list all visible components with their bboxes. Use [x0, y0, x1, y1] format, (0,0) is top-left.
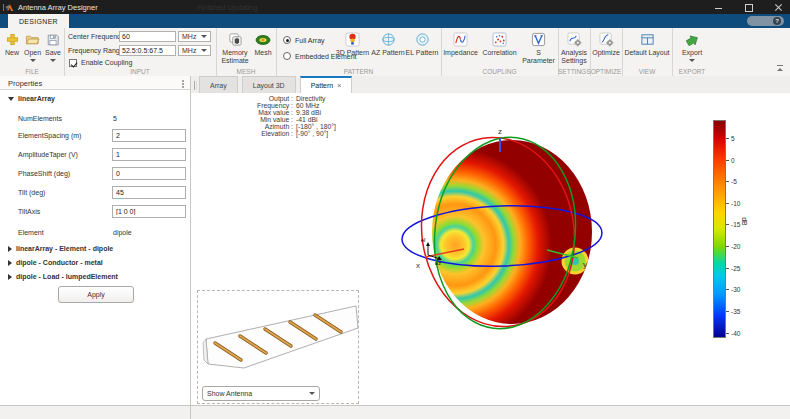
colorbar-tick: 5 [731, 135, 735, 142]
ribbon-group-export: Export EXPORT [672, 28, 712, 76]
colorbar-tick: -5 [731, 178, 737, 185]
info-value: Directivity [296, 95, 325, 102]
tab-array[interactable]: Array [199, 76, 238, 93]
tree-item-conductor-metal[interactable]: dipole - Conductor - metal [8, 259, 103, 266]
collapse-ribbon-icon[interactable] [775, 65, 785, 73]
pattern-document: OutputDirectivity Frequency60 MHz Max va… [191, 93, 790, 405]
az-label: az [435, 260, 441, 266]
frequency-range-unit-dropdown[interactable]: MHz [178, 45, 211, 56]
element-label: Element [18, 226, 44, 239]
radio-selected-icon [283, 36, 291, 44]
tree-item-element-dipole[interactable]: linearArray - Element - dipole [8, 245, 113, 252]
show-antenna-dropdown[interactable]: Show Antenna [202, 386, 320, 401]
correlation-button[interactable]: Correlation [480, 28, 519, 64]
el-label: el [421, 237, 426, 243]
tilt-input[interactable] [112, 186, 186, 199]
3d-pattern-icon [345, 31, 360, 48]
az-pattern-button[interactable]: AZ Pattern [371, 28, 405, 57]
tiltaxis-label: TiltAxis [18, 205, 40, 218]
tab-pattern-label: Pattern [311, 77, 334, 94]
y-axis-label: y [583, 260, 587, 269]
mesh-group-label: MESH [216, 68, 276, 75]
info-value: -41 dBi [296, 116, 318, 123]
full-array-radio[interactable]: Full Array [283, 36, 325, 44]
frequency-range-unit-value: MHz [182, 47, 196, 54]
export-button[interactable]: Export [672, 28, 712, 62]
analysis-settings-label: Analysis Settings [561, 49, 587, 64]
maximize-icon[interactable] [742, 2, 756, 12]
amplitudetaper-input[interactable] [112, 148, 186, 161]
impedance-icon [453, 31, 468, 48]
el-pattern-button[interactable]: EL Pattern [405, 28, 439, 57]
amplitudetaper-label: AmplitudeTaper (V) [18, 148, 78, 161]
help-button[interactable]: ? [747, 16, 784, 26]
tree-item-load-lumpedelement[interactable]: dipole - Load - lumpedElement [8, 273, 118, 280]
minimize-icon[interactable] [712, 2, 726, 12]
element-value: dipole [113, 226, 132, 239]
phaseshift-input[interactable] [112, 167, 186, 180]
tab-array-label: Array [210, 77, 227, 94]
tab-close-icon[interactable]: × [337, 82, 341, 89]
lineararray-group-header[interactable]: linearArray [8, 95, 55, 102]
export-group-label: EXPORT [672, 68, 712, 75]
tilt-label: Tilt (deg) [18, 186, 45, 199]
tree-item-label: dipole - Conductor - metal [16, 259, 103, 266]
coupling-group-label: COUPLING [441, 68, 558, 75]
colorbar-tick: -35 [731, 308, 740, 315]
enable-coupling-checkbox[interactable] [69, 59, 77, 67]
correlation-icon [492, 31, 507, 48]
show-antenna-value: Show Antenna [207, 390, 252, 397]
unit-dropdown-icon [201, 49, 207, 52]
tab-layout3d[interactable]: Layout 3D [242, 76, 296, 93]
tab-pattern[interactable]: Pattern × [300, 76, 353, 93]
info-label: Max value [221, 109, 293, 116]
mesh-button[interactable]: Mesh [252, 28, 274, 64]
default-layout-button[interactable]: Default Layout [622, 28, 672, 57]
panel-collapse-icon[interactable] [3, 4, 11, 11]
ribbon-group-file: New Open Save FILE [0, 28, 65, 76]
frequency-range-input[interactable] [119, 45, 176, 56]
center-frequency-input[interactable] [119, 31, 176, 42]
properties-panel: Properties linearArray NumElements 5 Ele… [0, 76, 191, 405]
colorbar-tick: -40 [731, 330, 740, 337]
center-frequency-unit-dropdown[interactable]: MHz [178, 31, 211, 42]
save-label: Save [45, 49, 61, 57]
save-icon [46, 31, 60, 48]
impedance-button[interactable]: Impedance [441, 28, 480, 64]
save-button[interactable]: Save [43, 28, 63, 62]
new-button[interactable]: New [2, 28, 22, 62]
ribbon-group-mesh: Memory Estimate Mesh MESH [216, 28, 277, 76]
mesh-label: Mesh [254, 49, 271, 57]
info-value: 9.38 dBi [296, 109, 321, 116]
analysis-settings-button[interactable]: Analysis Settings [558, 28, 590, 64]
center-frequency-label: Center Frequency [68, 31, 124, 42]
title-bar: Antenna Array Designer [0, 0, 790, 14]
info-value: 60 MHz [296, 102, 319, 109]
elementspacing-input[interactable] [112, 129, 186, 142]
dropdown-caret-icon [309, 392, 315, 395]
info-label: Azimuth [221, 123, 293, 130]
memory-estimate-button[interactable]: Memory Estimate [218, 28, 252, 64]
unit-dropdown-icon [201, 35, 207, 38]
properties-header: Properties [0, 76, 190, 90]
radiation-pattern-surface [432, 140, 592, 324]
s-parameter-button[interactable]: S Parameter [519, 28, 558, 64]
antenna-array-sketch [198, 291, 358, 383]
3d-pattern-button[interactable]: 3D Pattern [334, 28, 371, 57]
tab-designer[interactable]: DESIGNER [8, 14, 69, 28]
info-label: Min value [221, 116, 293, 123]
close-icon[interactable] [772, 2, 786, 12]
optimize-group-label: OPTIMIZE [590, 68, 622, 75]
tab-drag-handle[interactable] [194, 81, 195, 90]
panel-menu-icon[interactable] [182, 80, 184, 82]
properties-title: Properties [8, 79, 42, 88]
pattern-3d-plot[interactable]: z x y el az [361, 103, 651, 383]
apply-button[interactable]: Apply [58, 286, 134, 303]
optimize-button[interactable]: Optimize [590, 28, 622, 57]
tiltaxis-input[interactable] [112, 205, 186, 218]
save-dropdown-icon [50, 59, 56, 62]
memory-estimate-icon [228, 31, 243, 48]
open-button[interactable]: Open [22, 28, 43, 62]
elementspacing-label: ElementSpacing (m) [18, 129, 81, 142]
3d-pattern-label: 3D Pattern [336, 49, 369, 57]
